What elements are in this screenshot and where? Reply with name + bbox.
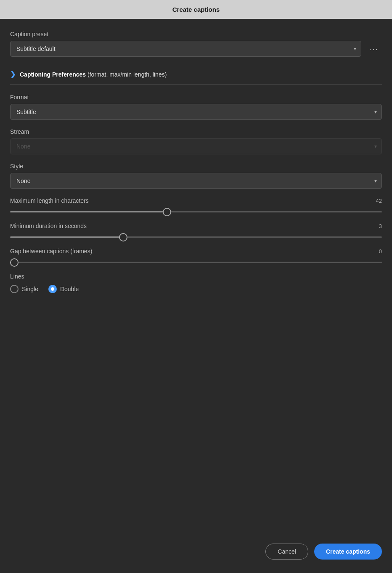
min-duration-label: Minimum duration in seconds xyxy=(10,223,87,229)
gap-label: Gap between captions (frames) xyxy=(10,248,92,255)
style-select[interactable]: None xyxy=(10,173,382,189)
gap-container: Gap between captions (frames) 0 xyxy=(10,248,382,265)
stream-group: Stream None ▾ xyxy=(10,128,382,154)
create-captions-dialog: Create captions Caption preset Subtitle … xyxy=(0,0,392,573)
lines-section: Lines Single Double xyxy=(10,273,382,293)
stream-select-wrapper: None ▾ xyxy=(10,138,382,154)
captioning-preferences-header[interactable]: ❯ Captioning Preferences (format, max/mi… xyxy=(10,64,382,85)
dialog-footer: Cancel Create captions xyxy=(0,535,392,573)
style-group: Style None ▾ xyxy=(10,163,382,189)
radio-double-label: Double xyxy=(60,286,79,292)
create-captions-button[interactable]: Create captions xyxy=(314,544,382,560)
gap-value: 0 xyxy=(379,248,382,255)
max-length-value: 42 xyxy=(376,198,382,204)
format-select[interactable]: Subtitle xyxy=(10,104,382,120)
format-select-wrapper: Subtitle ▾ xyxy=(10,104,382,120)
caption-preset-more-button[interactable]: ··· xyxy=(366,42,382,56)
radio-double-outer xyxy=(48,285,57,293)
max-length-slider[interactable] xyxy=(10,211,382,212)
caption-preset-row: Subtitle default ▾ ··· xyxy=(10,41,382,57)
radio-double-inner xyxy=(51,287,54,291)
gap-header-row: Gap between captions (frames) 0 xyxy=(10,248,382,255)
caption-preset-select[interactable]: Subtitle default xyxy=(10,41,361,57)
min-duration-header-row: Minimum duration in seconds 3 xyxy=(10,223,382,229)
caption-preset-label: Caption preset xyxy=(10,31,382,37)
dialog-content: Caption preset Subtitle default ▾ ··· ❯ … xyxy=(0,19,392,535)
dialog-title-bar: Create captions xyxy=(0,0,392,19)
min-duration-value: 3 xyxy=(379,223,382,229)
lines-label: Lines xyxy=(10,273,382,280)
style-select-wrapper: None ▾ xyxy=(10,173,382,189)
preferences-collapse-chevron-icon: ❯ xyxy=(10,70,16,78)
dialog-title: Create captions xyxy=(172,6,220,13)
max-length-header-row: Maximum length in characters 42 xyxy=(10,197,382,204)
format-group: Format Subtitle ▾ xyxy=(10,94,382,120)
format-label: Format xyxy=(10,94,382,101)
max-length-label: Maximum length in characters xyxy=(10,197,89,204)
lines-radio-group: Single Double xyxy=(10,285,382,293)
captioning-preferences-title: Captioning Preferences (format, max/min … xyxy=(20,71,167,78)
min-duration-container: Minimum duration in seconds 3 xyxy=(10,223,382,239)
max-length-container: Maximum length in characters 42 xyxy=(10,197,382,214)
caption-preset-wrapper: Subtitle default ▾ xyxy=(10,41,361,57)
radio-single-label: Single xyxy=(22,286,38,292)
radio-single[interactable]: Single xyxy=(10,285,38,293)
min-duration-slider[interactable] xyxy=(10,236,382,238)
stream-label: Stream xyxy=(10,128,382,135)
style-label: Style xyxy=(10,163,382,170)
radio-single-outer xyxy=(10,285,19,293)
stream-select: None xyxy=(10,138,382,154)
radio-double[interactable]: Double xyxy=(48,285,79,293)
cancel-button[interactable]: Cancel xyxy=(265,544,308,560)
gap-slider[interactable] xyxy=(10,262,382,263)
